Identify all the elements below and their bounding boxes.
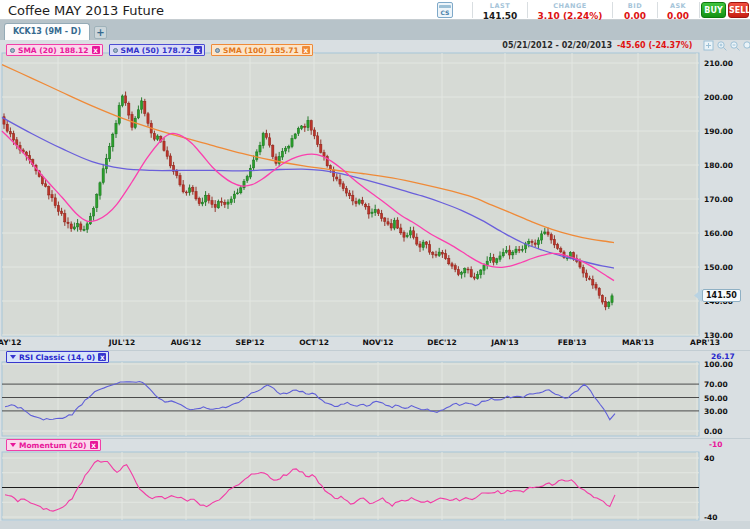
sma50-close-icon[interactable]: X [194,46,202,54]
main-chart-plot[interactable] [2,53,699,336]
sma100-legend-chip[interactable]: SMA (100) 185.71 X [211,44,313,56]
chart-canvas [0,0,750,529]
panel-divider [0,350,750,351]
zoom-auto-icon[interactable] [742,40,750,52]
sma20-label: SMA (20) [18,46,57,55]
bottom-strip [0,521,750,529]
panel-divider [0,438,750,439]
momentum-plot[interactable] [2,452,699,520]
bullet-icon [113,48,118,53]
quote-bid: BID 0.00 [614,2,656,21]
divider [612,2,613,18]
quote-last: LAST 141.50 [476,2,524,21]
ask-label: ASK [658,2,698,10]
add-indicator-icon[interactable] [703,40,715,52]
quote-ask: ASK 0.00 [658,2,698,21]
instrument-title: Coffee MAY 2013 Future [8,3,164,18]
period-change: -45.60 (-24.37%) [617,41,692,50]
chart-toolbar [703,40,750,52]
tab-bar: KCK13 (9M - D) + [0,20,750,40]
momentum-value: -10 [709,440,723,449]
header: Coffee MAY 2013 Future CS LAST 141.50 CH… [0,0,750,20]
indicator-legend: SMA (20) 188.12 X SMA (50) 178.72 X SMA … [6,44,313,56]
bid-label: BID [614,2,656,10]
quote-change: CHANGE 3.10 (2.24%) [530,2,610,21]
visible-date-range: 05/21/2012 - 02/20/2013 [430,41,612,50]
rsi-label-chip[interactable]: RSI Classic (14, 0) X [6,351,109,363]
last-price-tag: 141.50 [694,289,741,302]
sma50-legend-chip[interactable]: SMA (50) 178.72 X [109,44,206,56]
momentum-label: Momentum (20) [19,441,87,450]
sma20-close-icon[interactable]: X [92,46,100,54]
add-tab-button[interactable]: + [94,26,107,39]
zoom-out-icon[interactable] [729,40,741,52]
zoom-in-icon[interactable] [716,40,728,52]
sma50-value: 178.72 [162,46,191,55]
sma100-close-icon[interactable]: X [302,46,310,54]
tab-kck13[interactable]: KCK13 (9M - D) [4,23,90,40]
sma20-legend-chip[interactable]: SMA (20) 188.12 X [6,44,103,56]
divider [527,2,528,18]
collapse-icon[interactable] [10,355,16,359]
momentum-close-icon[interactable]: X [90,441,98,449]
momentum-label-chip[interactable]: Momentum (20) X [6,439,101,451]
sma50-label: SMA (50) [121,46,160,55]
last-price-value: 141.50 [702,289,741,302]
last-label: LAST [476,2,524,10]
contract-spec-icon[interactable]: CS [437,2,453,18]
divider [472,2,473,18]
bullet-icon [10,48,15,53]
trading-chart-window: Coffee MAY 2013 Future CS LAST 141.50 CH… [0,0,750,529]
collapse-icon[interactable] [10,443,16,447]
cs-icon-label: CS [441,9,450,16]
rsi-close-icon[interactable]: X [98,353,106,361]
divider [699,2,700,18]
bullet-icon [215,48,220,53]
rsi-label: RSI Classic (14, 0) [19,353,95,362]
sma100-value: 185.71 [270,46,299,55]
buy-button[interactable]: BUY [701,2,726,18]
sell-button[interactable]: SELL [728,2,749,18]
rsi-plot[interactable] [2,362,699,436]
change-label: CHANGE [530,2,610,10]
price-arrow-icon [694,289,702,302]
sma100-label: SMA (100) [223,46,267,55]
sma20-value: 188.12 [60,46,89,55]
rsi-value: 26.17 [711,352,735,361]
